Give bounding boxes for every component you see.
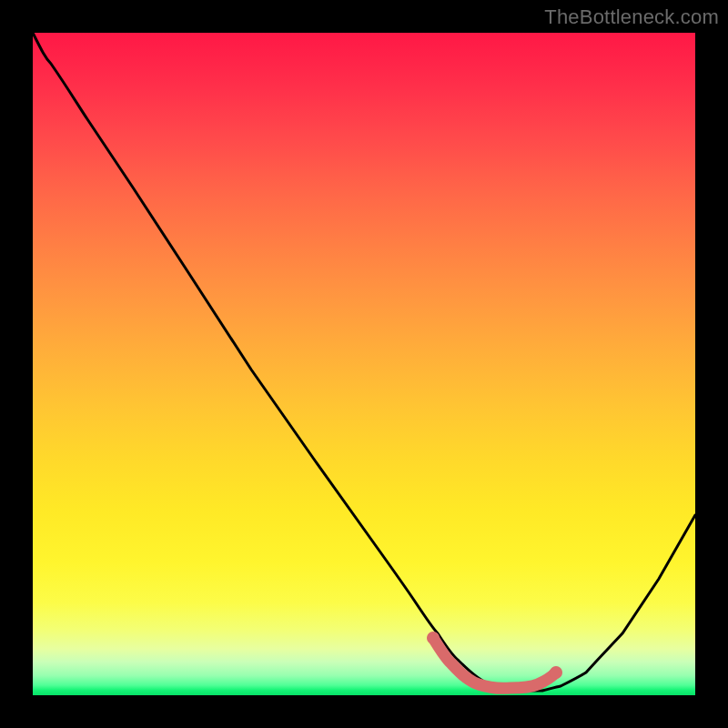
highlight-start-dot bbox=[427, 632, 440, 644]
chart-frame: TheBottleneck.com bbox=[0, 0, 728, 728]
watermark-text: TheBottleneck.com bbox=[544, 5, 719, 29]
curve-layer bbox=[33, 33, 695, 695]
highlight-end-dot bbox=[550, 666, 562, 679]
bottleneck-curve bbox=[33, 33, 695, 691]
plot-area bbox=[33, 33, 695, 695]
valley-highlight bbox=[433, 638, 556, 688]
